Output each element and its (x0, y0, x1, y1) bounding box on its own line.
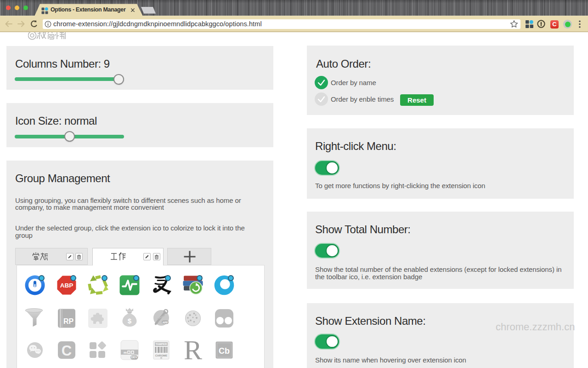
svg-text:TAMPER: TAMPER (155, 343, 167, 345)
svg-text:Cb: Cb (219, 346, 230, 355)
svg-text:$: $ (128, 317, 132, 325)
svg-text:DEV: DEV (131, 356, 137, 359)
svg-text:CHROME: CHROME (155, 354, 167, 356)
svg-text:APP: APP (163, 321, 168, 323)
svg-text:m: m (124, 351, 127, 355)
svg-text:RP: RP (63, 317, 74, 325)
svg-text:C: C (61, 343, 71, 359)
svg-text:R: R (183, 339, 202, 361)
svg-text:ABP: ABP (60, 282, 73, 289)
